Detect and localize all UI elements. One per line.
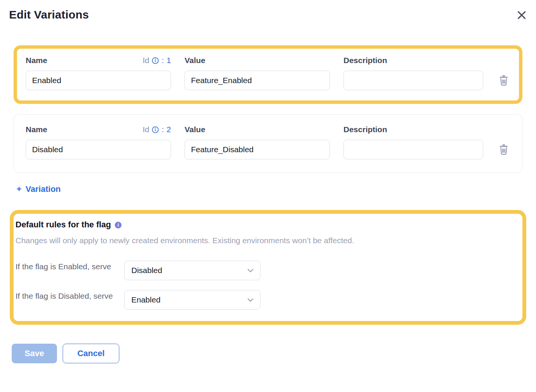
- value-label: Value: [185, 125, 205, 134]
- close-button[interactable]: [515, 8, 528, 22]
- id-label: Id: [143, 125, 149, 134]
- plus-icon: +: [17, 184, 22, 194]
- chevron-down-icon: [247, 269, 254, 273]
- delete-variation-button[interactable]: [499, 144, 509, 155]
- value-label: Value: [185, 56, 205, 65]
- info-icon[interactable]: [152, 126, 159, 133]
- delete-variation-button[interactable]: [499, 75, 509, 86]
- default-rules-section: Default rules for the flag i Changes wil…: [10, 210, 526, 325]
- name-input[interactable]: [26, 71, 171, 90]
- name-label: Name: [26, 56, 47, 65]
- save-button[interactable]: Save: [12, 344, 57, 363]
- variation-card-2: Name Id : 2 Value: [14, 114, 522, 173]
- id-colon: :: [162, 125, 164, 134]
- description-label: Description: [343, 56, 387, 65]
- trash-icon: [499, 144, 509, 155]
- cancel-button[interactable]: Cancel: [63, 344, 119, 363]
- id-colon: :: [162, 56, 164, 65]
- default-rule-row: If the flag is Disabled, serve Enabled: [15, 290, 513, 310]
- selected-option: Disabled: [131, 266, 162, 275]
- variation-card-1: Name Id : 1 Value: [14, 45, 522, 104]
- rule-label: If the flag is Enabled, serve: [15, 261, 124, 273]
- id-label: Id: [143, 56, 149, 65]
- add-variation-label: Variation: [26, 184, 61, 194]
- rule-label: If the flag is Disabled, serve: [15, 290, 124, 302]
- default-rules-note: Changes will only apply to newly created…: [15, 236, 513, 245]
- variation-id: Id : 2: [143, 125, 171, 134]
- id-value: 1: [166, 56, 171, 65]
- value-input[interactable]: [185, 140, 330, 159]
- chevron-down-icon: [247, 298, 254, 302]
- rule-serve-select[interactable]: Enabled: [124, 290, 260, 310]
- variations-list: Name Id : 1 Value: [14, 45, 522, 173]
- add-variation-button[interactable]: + Variation: [17, 184, 61, 194]
- info-icon[interactable]: i: [115, 222, 122, 228]
- name-input[interactable]: [26, 140, 171, 159]
- dialog-header: Edit Variations: [0, 0, 536, 21]
- id-value: 2: [166, 125, 171, 134]
- name-label: Name: [26, 125, 47, 134]
- description-input[interactable]: [343, 71, 483, 90]
- dialog-footer: Save Cancel: [12, 344, 536, 363]
- value-input[interactable]: [185, 71, 330, 90]
- selected-option: Enabled: [131, 295, 160, 304]
- description-label: Description: [343, 125, 387, 134]
- trash-icon: [499, 75, 509, 86]
- dialog-title: Edit Variations: [9, 8, 527, 21]
- variation-id: Id : 1: [143, 56, 171, 65]
- description-input[interactable]: [343, 140, 483, 159]
- close-icon: [516, 9, 527, 21]
- default-rules-title: Default rules for the flag: [15, 220, 111, 230]
- default-rule-row: If the flag is Enabled, serve Disabled: [15, 261, 513, 280]
- rule-serve-select[interactable]: Disabled: [124, 261, 260, 280]
- info-icon[interactable]: [152, 57, 159, 64]
